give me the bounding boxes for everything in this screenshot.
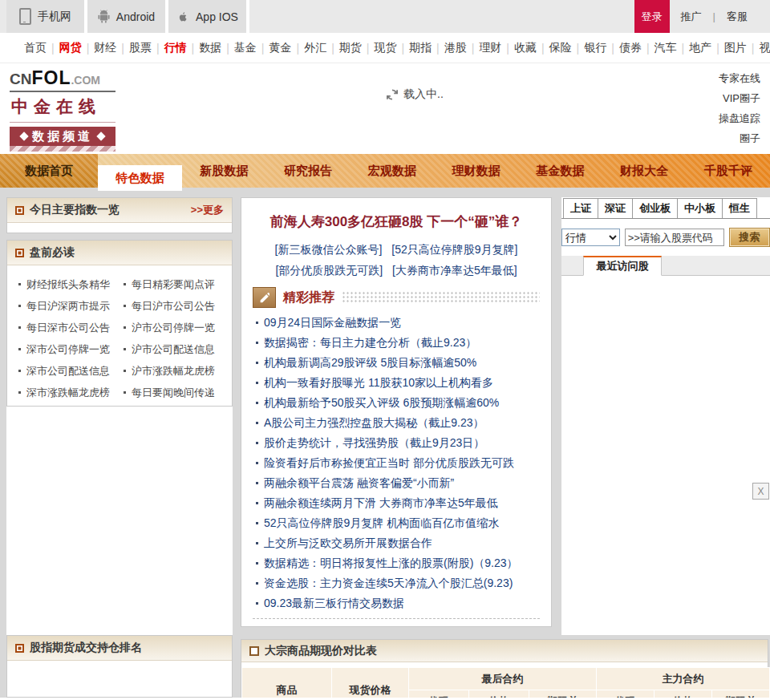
nav-hangqing[interactable]: 行情 [164, 41, 187, 55]
nav-dichan[interactable]: 地产 [689, 41, 711, 55]
bullet-icon [256, 542, 258, 544]
quote-type-select[interactable]: 行情 [561, 229, 620, 246]
nav-huangjin[interactable]: 黄金 [269, 41, 291, 55]
nav-gupiao[interactable]: 股票 [129, 41, 152, 55]
pre-market-link[interactable]: 深市公司停牌一览 [26, 342, 110, 357]
pre-market-link[interactable]: 财经报纸头条精华 [26, 277, 110, 292]
tab-research-reports[interactable]: 研究报告 [266, 154, 351, 188]
pre-market-link[interactable]: 每日沪市公司公告 [132, 299, 215, 314]
vip-circle-link[interactable]: VIP圈子 [719, 88, 760, 108]
nav-baoxian[interactable]: 保险 [549, 41, 572, 55]
tab-recent-stocks[interactable]: 最近访问股 [583, 256, 662, 276]
tab-wealth-data[interactable]: 理财数据 [434, 154, 518, 188]
recommend-link[interactable]: 09月24日国际金融数据一览 [264, 316, 401, 330]
nav-shipin[interactable]: 视频 [759, 41, 770, 55]
trading-track-link[interactable]: 操盘追踪 [719, 108, 760, 128]
more-link[interactable]: >>更多 [191, 203, 224, 217]
recommend-link[interactable]: 上交所与泛欧交易所开展数据合作 [264, 536, 432, 551]
nav-xianhuo[interactable]: 现货 [374, 41, 396, 55]
pre-market-link[interactable]: 深市涨跌幅龙虎榜 [26, 386, 110, 400]
pre-market-list: 财经报纸头条精华 每日精彩要闻点评 每日沪深两市提示 每日沪市公司公告 每日深市… [7, 265, 232, 403]
tab-special-data[interactable]: 特色数据 [98, 165, 182, 191]
nav-waihui[interactable]: 外汇 [304, 41, 326, 55]
recommend-link[interactable]: 数据揭密：每日主力建仓分析（截止9.23） [264, 336, 476, 350]
stock-code-input[interactable] [625, 229, 724, 246]
recommend-link[interactable]: 数据精选：明日将报复性上涨的股票(附股)（9.23） [264, 556, 518, 571]
bullet-icon [18, 305, 21, 307]
recommend-link[interactable]: 股价走势统计，寻找强势股（截止9月23日） [264, 436, 484, 451]
sub-link[interactable]: [大券商市净率达5年最低] [392, 264, 517, 277]
tab-data-home[interactable]: 数据首页 [0, 154, 98, 188]
nav-sep: | [331, 42, 334, 55]
commodity-table-wrap: 商品 现货价格 最后合约 主力合约 代码 价格 期限差 代码 价格 期限差 [241, 662, 768, 698]
recommend-link[interactable]: A股公司主力强烈控盘股大揭秘（截止9.23） [264, 416, 484, 431]
pre-market-link[interactable]: 沪市公司配送信息 [132, 342, 215, 357]
col-code: 代码 [597, 690, 654, 698]
login-button[interactable]: 登录 [634, 0, 670, 33]
headline-sublinks-row2: [部分优质股跌无可跌] [大券商市净率达5年最低] [253, 260, 540, 281]
nav-jijin[interactable]: 基金 [234, 41, 257, 55]
close-button[interactable]: X [752, 483, 769, 500]
pre-market-link[interactable]: 每日精彩要闻点评 [132, 277, 215, 292]
recommend-link[interactable]: 两融余额连续两月下滑 大券商市净率达5年最低 [264, 496, 498, 511]
nav-qihuo[interactable]: 期货 [339, 41, 362, 55]
tab-hangseng[interactable]: 恒生 [722, 198, 757, 218]
nav-caijing[interactable]: 财经 [94, 41, 116, 55]
site-logo[interactable]: CNFOL.COM 中金在线 数据频道 [10, 68, 116, 152]
recommend-link[interactable]: 险资看好后市称捡便宜正当时 部分优质股跌无可跌 [264, 456, 514, 471]
index-overview-header: 今日主要指数一览 >>更多 [7, 198, 232, 223]
sub-link[interactable]: [52只高位停牌股9月复牌] [391, 243, 517, 256]
ios-app-button[interactable]: App IOS [168, 0, 249, 33]
customer-service-link[interactable]: 客服 [727, 10, 748, 24]
promotion-link[interactable]: 推广 [681, 10, 702, 24]
expert-online-link[interactable]: 专家在线 [719, 68, 760, 88]
pre-market-link[interactable]: 沪市涨跌幅龙虎榜 [132, 364, 215, 378]
bullet-icon [256, 402, 258, 404]
nav-licai[interactable]: 理财 [479, 41, 501, 55]
recommend-link[interactable]: 机构最新调高29股评级 5股目标涨幅逾50% [264, 356, 476, 370]
recommend-link[interactable]: 09.23最新三板行情交易数据 [264, 597, 404, 611]
mobile-site-button[interactable]: 手机网 [6, 0, 87, 33]
recommend-link[interactable]: 机构一致看好股曝光 11股获10家以上机构看多 [264, 376, 493, 390]
search-button[interactable]: 搜索 [729, 228, 770, 247]
bullet-icon [124, 348, 126, 350]
nav-wangdai[interactable]: 网贷 [59, 41, 82, 55]
tab-sme[interactable]: 中小板 [677, 198, 723, 218]
tab-financial-reports[interactable]: 财报大全 [602, 154, 687, 188]
nav-ganggu[interactable]: 港股 [444, 41, 467, 55]
pre-market-link[interactable]: 沪市公司停牌一览 [132, 321, 215, 335]
tab-chinext[interactable]: 创业板 [632, 198, 678, 218]
recommend-link[interactable]: 资金选股：主力资金连续5天净流入个股汇总(9.23) [264, 577, 513, 591]
ios-app-label: App IOS [196, 10, 238, 23]
tab-stock-reviews[interactable]: 千股千评 [686, 154, 770, 188]
nav-qiche[interactable]: 汽车 [654, 41, 677, 55]
recommend-link[interactable]: 两融余额平台震荡 融资客偏爱“小而新” [264, 476, 454, 491]
tab-ipo-data[interactable]: 新股数据 [182, 154, 266, 188]
nav-yinhang[interactable]: 银行 [584, 41, 606, 55]
nav-shuju[interactable]: 数据 [199, 41, 221, 55]
tab-shanghai[interactable]: 上证 [563, 198, 598, 218]
nav-tupian[interactable]: 图片 [724, 41, 747, 55]
list-item: 数据精选：明日将报复性上涨的股票(附股)（9.23） [256, 553, 540, 573]
right-column: 上证 深证 创业板 中小板 恒生 行情 搜索 最近访问股 X [561, 197, 770, 635]
nav-home[interactable]: 首页 [24, 41, 47, 55]
recommend-link[interactable]: 机构最新给予50股买入评级 6股预期涨幅逾60% [264, 396, 499, 411]
tab-fund-data[interactable]: 基金数据 [518, 154, 602, 188]
tab-macro-data[interactable]: 宏观数据 [350, 154, 434, 188]
bullet-icon [256, 582, 258, 585]
nav-qizhi[interactable]: 期指 [409, 41, 432, 55]
sub-link[interactable]: [部分优质股跌无可跌] [275, 264, 383, 277]
android-app-button[interactable]: Android [87, 0, 168, 33]
nav-shoucang[interactable]: 收藏 [514, 41, 537, 55]
pre-market-link[interactable]: 深市公司配送信息 [26, 364, 110, 378]
pre-market-link[interactable]: 每日深市公司公告 [26, 321, 110, 335]
pre-market-link[interactable]: 每日要闻晚间传递 [132, 386, 215, 400]
recommend-link[interactable]: 52只高位停牌股9月复牌 机构面临百亿市值缩水 [264, 516, 499, 531]
circle-link[interactable]: 圈子 [719, 128, 760, 148]
tab-shenzhen[interactable]: 深证 [598, 198, 633, 218]
nav-zhaiquan[interactable]: 债券 [619, 41, 642, 55]
pre-market-link[interactable]: 每日沪深两市提示 [26, 299, 110, 314]
sub-link[interactable]: [新三板微信公众账号] [275, 243, 383, 256]
col-term-diff: 期限差 [529, 690, 597, 698]
headline-link[interactable]: 前海人寿300多亿狂砸8股 下一个“砸”谁？ [253, 212, 540, 231]
